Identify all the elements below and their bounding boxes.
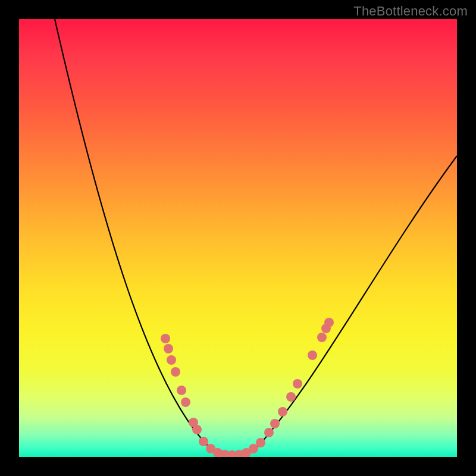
data-dot xyxy=(164,344,173,353)
data-dot xyxy=(256,438,265,447)
data-dot xyxy=(286,392,296,402)
data-dot xyxy=(192,425,202,434)
chart-frame: TheBottleneck.com xyxy=(0,0,476,476)
data-dot xyxy=(167,355,176,365)
data-dot xyxy=(293,379,302,389)
data-dot xyxy=(278,407,287,416)
data-dot xyxy=(177,386,186,395)
data-dot xyxy=(317,333,327,342)
data-dot xyxy=(199,437,208,446)
data-dot xyxy=(161,334,170,343)
data-dot xyxy=(181,397,190,407)
watermark-text: TheBottleneck.com xyxy=(353,4,468,19)
bottleneck-curve xyxy=(55,19,457,454)
data-dot xyxy=(270,419,280,428)
data-dot xyxy=(264,428,274,437)
chart-svg xyxy=(19,19,457,457)
data-dot xyxy=(171,367,180,377)
data-dot xyxy=(324,318,334,327)
data-dots xyxy=(161,318,334,457)
plot-area xyxy=(19,19,457,457)
data-dot xyxy=(308,350,317,360)
